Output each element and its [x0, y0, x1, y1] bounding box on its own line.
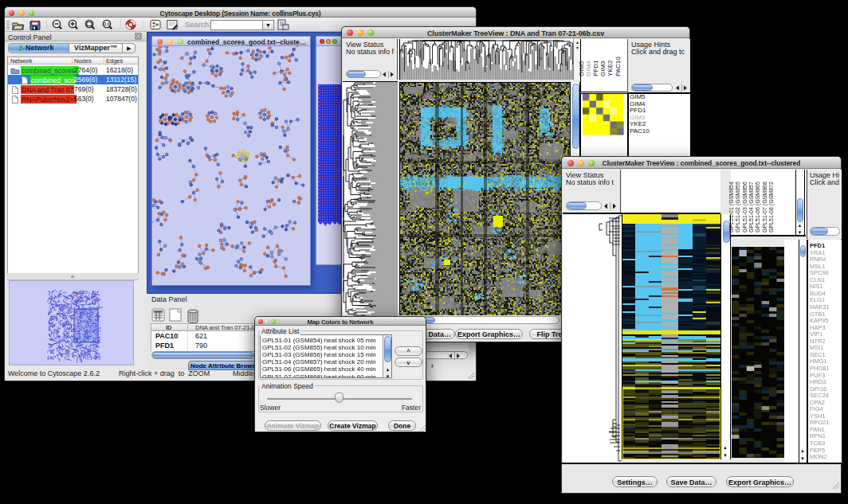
svg-text:1:1: 1:1 — [104, 21, 109, 26]
svg-text:Search:: Search: — [185, 20, 211, 29]
